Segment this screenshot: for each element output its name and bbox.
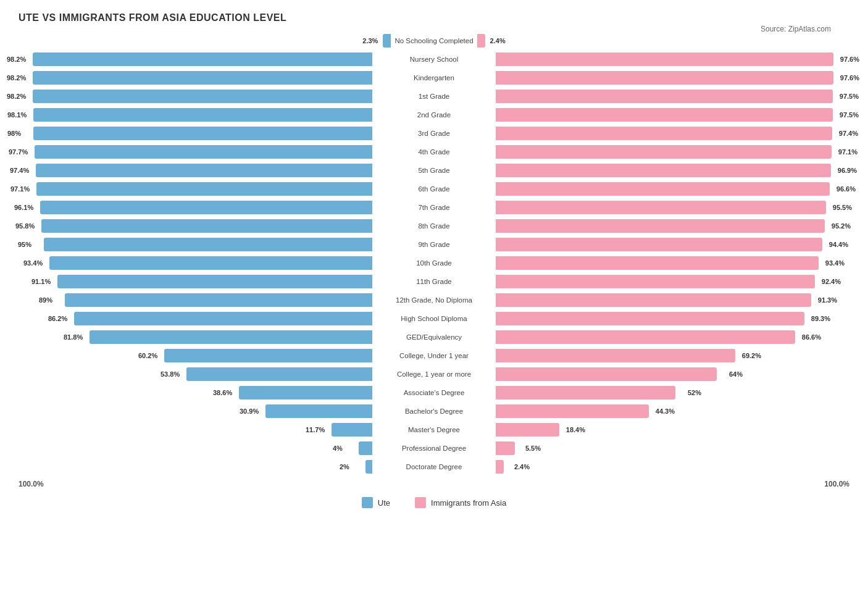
right-bar-container: 2.4%	[496, 460, 849, 474]
bar-label: College, 1 year or more	[372, 369, 496, 379]
chart-row: 97.4%5th Grade96.9%	[19, 162, 849, 178]
right-bar: 95.5%	[496, 201, 826, 214]
left-value: 2%	[340, 463, 349, 470]
left-bar-container: 95.8%	[19, 219, 372, 233]
immigrants-label: Immigrants from Asia	[431, 498, 506, 508]
chart-row: 38.6%Associate's Degree52%	[19, 385, 849, 401]
right-bar: 86.6%	[496, 330, 795, 344]
chart-row: 98.2%Nursery School97.6%	[19, 51, 849, 67]
chart-row: 95.8%8th Grade95.2%	[19, 218, 849, 234]
right-bar-container: 52%	[496, 386, 849, 399]
left-value: 97.1%	[10, 185, 30, 193]
right-bar: 97.4%	[496, 127, 832, 140]
right-value: 96.9%	[838, 167, 857, 174]
left-value: 95%	[18, 241, 31, 248]
left-bar-container: 11.7%	[19, 423, 372, 437]
chart-row: 97.7%4th Grade97.1%	[19, 144, 849, 160]
left-bar: 81.8%	[90, 330, 372, 344]
left-value: 91.1%	[31, 278, 51, 285]
left-value: 97.4%	[10, 167, 29, 174]
left-bar: 4%	[359, 441, 372, 455]
left-value: 97.7%	[9, 148, 28, 156]
left-bar-container: 97.7%	[19, 145, 372, 159]
right-bar-container: 94.4%	[496, 238, 849, 251]
right-bar-container: 96.9%	[496, 164, 849, 177]
right-value: 89.3%	[811, 315, 830, 322]
left-bar: 93.4%	[49, 256, 372, 270]
left-bar-container: 95%	[19, 238, 372, 251]
axis-labels: 100.0% 100.0%	[19, 480, 849, 488]
left-value: 98.2%	[7, 93, 26, 100]
chart-row: 81.8%GED/Equivalency86.6%	[19, 329, 849, 345]
left-bar: 98%	[33, 127, 372, 140]
chart-row: 53.8%College, 1 year or more64%	[19, 366, 849, 382]
chart-row: 98.1%2nd Grade97.5%	[19, 107, 849, 123]
right-bar: 97.6%	[496, 71, 833, 85]
right-value: 97.4%	[839, 130, 858, 137]
bar-label: 7th Grade	[372, 203, 496, 212]
chart-row: 4%Professional Degree5.5%	[19, 440, 849, 456]
right-bar: 97.1%	[496, 145, 832, 159]
bar-label: 11th Grade	[372, 277, 496, 286]
left-value: 89%	[39, 296, 52, 304]
right-value: 69.2%	[742, 352, 761, 359]
left-value: 30.9%	[240, 408, 259, 415]
left-value: 38.6%	[213, 389, 232, 396]
right-bar: 93.4%	[496, 256, 819, 270]
right-bar-container: 95.2%	[496, 219, 849, 233]
axis-right-label: 100.0%	[824, 480, 849, 488]
bar-label: Bachelor's Degree	[372, 406, 496, 416]
right-value: 44.3%	[656, 408, 675, 415]
chart-area: 2.3% No Schooling Completed 2.4% 98.2%Nu…	[19, 33, 849, 475]
chart-row-special: 2.3% No Schooling Completed 2.4%	[19, 33, 849, 49]
left-value: 60.2%	[138, 352, 157, 359]
left-value: 2.3%	[362, 37, 378, 44]
left-value: 98.1%	[7, 111, 27, 119]
right-bar-container: 95.5%	[496, 201, 849, 214]
left-bar-container: 91.1%	[19, 275, 372, 288]
left-bar: 11.7%	[332, 423, 372, 437]
bar-label: 8th Grade	[372, 221, 496, 231]
bar-label: Associate's Degree	[372, 388, 496, 398]
source-label: Source: ZipAtlas.com	[761, 25, 831, 33]
right-bar: 18.4%	[496, 423, 559, 437]
right-bar: 2.4%	[496, 460, 504, 474]
bar-label: Master's Degree	[372, 425, 496, 435]
right-bar: 64%	[496, 367, 717, 381]
left-value: 98%	[7, 130, 21, 137]
left-value: 93.4%	[23, 259, 43, 267]
right-value: 2.4%	[490, 37, 506, 44]
left-bar: 91.1%	[57, 275, 372, 288]
right-value: 93.4%	[825, 259, 845, 267]
left-value: 98.2%	[7, 74, 26, 82]
left-bar: 95%	[44, 238, 372, 251]
chart-row: 95%9th Grade94.4%	[19, 236, 849, 253]
chart-row: 93.4%10th Grade93.4%	[19, 255, 849, 271]
left-bar: 98.2%	[33, 90, 372, 103]
chart-row: 91.1%11th Grade92.4%	[19, 274, 849, 290]
chart-row: 60.2%College, Under 1 year69.2%	[19, 348, 849, 364]
bar-label: 9th Grade	[372, 240, 496, 249]
bar-label: 4th Grade	[372, 147, 496, 157]
left-value: 95.8%	[15, 222, 35, 230]
bar-label: 12th Grade, No Diploma	[372, 295, 496, 305]
right-bar-container: 5.5%	[496, 441, 849, 455]
ute-label: Ute	[378, 498, 390, 508]
right-value: 97.5%	[840, 93, 859, 100]
right-bar-container: 97.5%	[496, 90, 849, 103]
left-bar: 30.9%	[265, 404, 372, 418]
chart-row: 98.2%Kindergarten97.6%	[19, 70, 849, 86]
left-bar: 97.4%	[36, 164, 372, 177]
left-bar: 38.6%	[239, 386, 372, 399]
left-bar-container: 4%	[19, 441, 372, 455]
right-bar: 97.5%	[496, 90, 833, 103]
right-bar-container: 93.4%	[496, 256, 849, 270]
bar-label: 3rd Grade	[372, 128, 496, 138]
left-bar-container: 89%	[19, 293, 372, 307]
right-bar	[477, 34, 485, 48]
left-value: 53.8%	[161, 370, 180, 378]
bar-label: 10th Grade	[372, 258, 496, 268]
right-bar-container: 91.3%	[496, 293, 849, 307]
right-value: 97.6%	[840, 74, 859, 82]
left-bar: 98.2%	[33, 71, 372, 85]
